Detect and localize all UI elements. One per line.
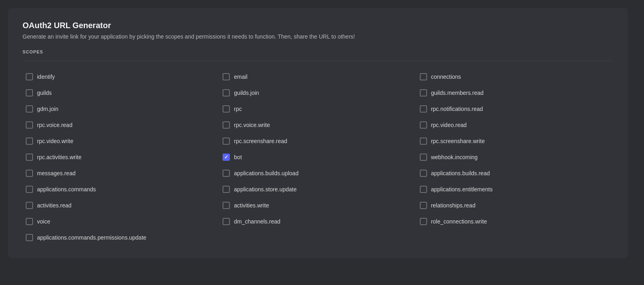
scope-label-rpc.screenshare.write: rpc.screenshare.write [431, 138, 485, 144]
scope-label-applications.builds.read: applications.builds.read [431, 170, 490, 176]
scope-checkbox-guilds[interactable] [26, 89, 33, 96]
scope-label-dm_channels.read: dm_channels.read [234, 218, 280, 225]
page-title: OAuth2 URL Generator [23, 21, 613, 30]
scope-checkbox-role_connections.write[interactable] [420, 218, 427, 225]
scope-label-rpc.activities.write: rpc.activities.write [37, 154, 81, 160]
scope-item-bot[interactable]: bot [219, 150, 416, 165]
scope-checkbox-applications.builds.upload[interactable] [223, 170, 230, 177]
scope-item-rpc.screenshare.read[interactable]: rpc.screenshare.read [219, 133, 416, 149]
scope-label-applications.entitlements: applications.entitlements [431, 186, 493, 193]
scope-label-rpc.screenshare.read: rpc.screenshare.read [234, 138, 287, 144]
scope-item-rpc.activities.write[interactable]: rpc.activities.write [23, 150, 219, 165]
scope-checkbox-relationships.read[interactable] [420, 202, 427, 209]
scope-label-guilds: guilds [37, 90, 52, 96]
scope-item-activities.write[interactable]: activities.write [219, 198, 416, 213]
scope-item-activities.read[interactable]: activities.read [23, 198, 219, 213]
scope-item-relationships.read[interactable]: relationships.read [417, 198, 613, 213]
scope-item-voice[interactable]: voice [23, 214, 219, 229]
scope-label-gdm.join: gdm.join [37, 106, 58, 112]
scope-item-rpc.screenshare.write[interactable]: rpc.screenshare.write [417, 133, 613, 149]
main-container: OAuth2 URL Generator Generate an invite … [8, 8, 628, 258]
scope-item-dm_channels.read[interactable]: dm_channels.read [219, 214, 416, 229]
scope-item-rpc.notifications.read[interactable]: rpc.notifications.read [417, 101, 613, 117]
scope-checkbox-bot[interactable] [223, 154, 230, 161]
scope-item-gdm.join[interactable]: gdm.join [23, 101, 219, 117]
scope-item-applications.builds.upload[interactable]: applications.builds.upload [219, 166, 416, 181]
scope-checkbox-applications.commands[interactable] [26, 186, 33, 193]
scope-checkbox-webhook.incoming[interactable] [420, 154, 427, 161]
scopes-label: SCOPES [23, 49, 613, 54]
page-subtitle: Generate an invite link for your applica… [23, 33, 613, 40]
scope-label-rpc.notifications.read: rpc.notifications.read [431, 106, 483, 112]
scope-checkbox-applications.builds.read[interactable] [420, 170, 427, 177]
scope-item-applications.commands.permissions.update[interactable]: applications.commands.permissions.update [23, 230, 219, 245]
scope-item-applications.entitlements[interactable]: applications.entitlements [417, 182, 613, 197]
scope-label-applications.builds.upload: applications.builds.upload [234, 170, 298, 176]
scope-item-messages.read[interactable]: messages.read [23, 166, 219, 181]
scope-checkbox-guilds.join[interactable] [223, 89, 230, 96]
scope-label-rpc.voice.read: rpc.voice.read [37, 122, 72, 128]
scope-checkbox-activities.read[interactable] [26, 202, 33, 209]
scope-label-identify: identify [37, 74, 55, 80]
scope-checkbox-rpc.screenshare.read[interactable] [223, 137, 230, 145]
scope-checkbox-rpc.video.write[interactable] [26, 137, 33, 145]
scope-label-relationships.read: relationships.read [431, 202, 476, 209]
scope-item-webhook.incoming[interactable]: webhook.incoming [417, 150, 613, 165]
scope-checkbox-rpc.voice.read[interactable] [26, 121, 33, 129]
scope-label-rpc: rpc [234, 106, 242, 112]
scope-item-rpc[interactable]: rpc [219, 101, 416, 117]
divider [23, 61, 613, 61]
scope-item-email[interactable]: email [219, 69, 416, 84]
scope-item-applications.store.update[interactable]: applications.store.update [219, 182, 416, 197]
scope-checkbox-rpc.video.read[interactable] [420, 121, 427, 129]
scope-item-rpc.voice.write[interactable]: rpc.voice.write [219, 117, 416, 133]
scope-checkbox-rpc.voice.write[interactable] [223, 121, 230, 129]
scope-checkbox-connections[interactable] [420, 73, 427, 80]
scope-item-rpc.voice.read[interactable]: rpc.voice.read [23, 117, 219, 133]
scope-checkbox-rpc.activities.write[interactable] [26, 154, 33, 161]
scope-label-webhook.incoming: webhook.incoming [431, 154, 478, 160]
scope-checkbox-email[interactable] [223, 73, 230, 80]
scope-item-rpc.video.read[interactable]: rpc.video.read [417, 117, 613, 133]
scope-label-applications.store.update: applications.store.update [234, 186, 297, 193]
scope-checkbox-applications.store.update[interactable] [223, 186, 230, 193]
scope-checkbox-rpc.screenshare.write[interactable] [420, 137, 427, 145]
scope-label-applications.commands: applications.commands [37, 186, 96, 193]
scope-checkbox-rpc[interactable] [223, 105, 230, 113]
scope-checkbox-dm_channels.read[interactable] [223, 218, 230, 225]
scope-item-guilds[interactable]: guilds [23, 85, 219, 100]
scope-label-guilds.members.read: guilds.members.read [431, 90, 484, 96]
scope-checkbox-rpc.notifications.read[interactable] [420, 105, 427, 113]
scopes-grid: identifyemailconnectionsguildsguilds.joi… [23, 69, 613, 245]
scope-checkbox-gdm.join[interactable] [26, 105, 33, 113]
scope-label-rpc.video.write: rpc.video.write [37, 138, 73, 144]
scope-label-rpc.video.read: rpc.video.read [431, 122, 467, 128]
scope-item-connections[interactable]: connections [417, 69, 613, 84]
scope-label-messages.read: messages.read [37, 170, 76, 176]
scope-checkbox-guilds.members.read[interactable] [420, 89, 427, 96]
scope-label-applications.commands.permissions.update: applications.commands.permissions.update [37, 234, 147, 241]
scope-item-applications.commands[interactable]: applications.commands [23, 182, 219, 197]
scope-checkbox-voice[interactable] [26, 218, 33, 225]
scope-label-activities.write: activities.write [234, 202, 269, 209]
scope-label-voice: voice [37, 218, 50, 225]
scope-checkbox-messages.read[interactable] [26, 170, 33, 177]
scope-label-rpc.voice.write: rpc.voice.write [234, 122, 270, 128]
scope-item-role_connections.write[interactable]: role_connections.write [417, 214, 613, 229]
scope-item-identify[interactable]: identify [23, 69, 219, 84]
scope-checkbox-applications.entitlements[interactable] [420, 186, 427, 193]
scope-label-connections: connections [431, 74, 461, 80]
scope-label-guilds.join: guilds.join [234, 90, 259, 96]
scope-label-bot: bot [234, 154, 242, 160]
scope-item-guilds.join[interactable]: guilds.join [219, 85, 416, 100]
scope-item-guilds.members.read[interactable]: guilds.members.read [417, 85, 613, 100]
scope-checkbox-activities.write[interactable] [223, 202, 230, 209]
scope-label-activities.read: activities.read [37, 202, 72, 209]
scope-label-email: email [234, 74, 247, 80]
scope-label-role_connections.write: role_connections.write [431, 218, 487, 225]
scope-checkbox-applications.commands.permissions.update[interactable] [26, 234, 33, 241]
scope-item-rpc.video.write[interactable]: rpc.video.write [23, 133, 219, 149]
scope-checkbox-identify[interactable] [26, 73, 33, 80]
scope-item-applications.builds.read[interactable]: applications.builds.read [417, 166, 613, 181]
